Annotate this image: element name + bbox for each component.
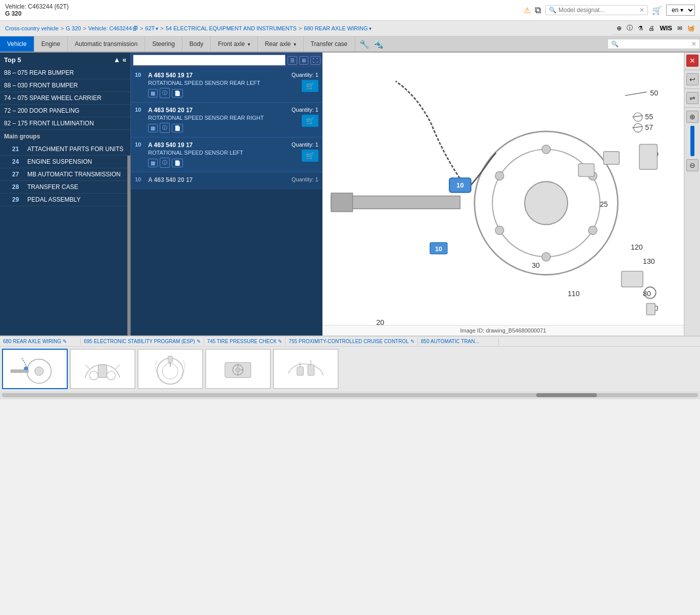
thumbnail-1[interactable] [2, 349, 68, 389]
sidebar-item-front-bumper[interactable]: 88 – 030 FRONT BUMPER [0, 79, 130, 92]
part-table-btn-2[interactable]: ▦ [148, 124, 158, 132]
sidebar-group-24[interactable]: 24 ENGINE SUSPENSION [0, 156, 127, 168]
tab-vehicle[interactable]: Vehicle [0, 36, 34, 52]
filter-icon[interactable]: ⚗ [638, 25, 643, 32]
part-item-2[interactable]: 10 A 463 540 20 17 ROTATIONAL SPEED SENS… [131, 103, 322, 137]
part-doc-btn-2[interactable]: 📄 [172, 124, 183, 132]
thumbnail-5[interactable] [273, 349, 339, 389]
sidebar: Top 5 ▲ « 88 – 075 REAR BUMPER 88 – 030 … [0, 53, 130, 336]
sidebar-group-28[interactable]: 28 TRANSFER CASE [0, 181, 127, 194]
svg-line-53 [116, 364, 120, 369]
sidebar-item-spare-wheel[interactable]: 74 – 075 SPARE WHEEL CARRIER [0, 92, 130, 105]
sidebar-item-front-illumination[interactable]: 82 – 175 FRONT ILLUMINATION [0, 117, 130, 130]
thumbnail-2[interactable] [70, 349, 135, 389]
tab-search-box[interactable]: 🔍 ✕ [608, 39, 700, 49]
thumbnail-svg-5 [277, 352, 334, 386]
tab-steering[interactable]: Steering [145, 36, 182, 52]
thumb-label-5[interactable]: 850 AUTOMATIC TRAN... [418, 338, 499, 345]
thumbnail-3[interactable] [137, 349, 203, 389]
part-cart-btn-1[interactable]: 🛒 [302, 80, 318, 92]
sidebar-group-21[interactable]: 21 ATTACHMENT PARTS FOR UNITS [0, 143, 130, 156]
parts-fullscreen[interactable]: ⛶ [310, 56, 320, 65]
sidebar-group-27[interactable]: 27 MB AUTOMATIC TRANSMISSION [0, 168, 127, 181]
tab-automatic-transmission[interactable]: Automatic transmission [68, 36, 145, 52]
sidebar-item-door-paneling[interactable]: 72 – 200 DOOR PANELING [0, 105, 130, 117]
thumb-label-1[interactable]: 680 REAR AXLE WIRING ✎ [0, 338, 81, 345]
undo-button[interactable]: ↩ [686, 73, 698, 85]
breadcrumb-electrical[interactable]: 54 ELECTRICAL EQUIPMENT AND INSTRUMENTS [166, 25, 297, 31]
parts-search-input[interactable] [133, 55, 286, 66]
thumbnail-4[interactable] [205, 349, 271, 389]
sidebar-main-groups-title: Main groups [0, 130, 130, 143]
parts-scroll[interactable]: 10 A 463 540 19 17 ROTATIONAL SPEED SENS… [131, 68, 322, 336]
zoom-in-button[interactable]: ⊕ [686, 111, 698, 123]
thumb-edit-icon-3[interactable]: ✎ [278, 339, 282, 344]
tab-transfer-case[interactable]: Transfer case [304, 36, 355, 52]
part-doc-btn-1[interactable]: 📄 [172, 89, 183, 98]
scroll-area[interactable] [0, 391, 700, 399]
tab-search-input[interactable] [621, 40, 691, 48]
part-doc-btn-3[interactable]: 📄 [172, 159, 183, 167]
warning-icon[interactable]: ⚠ [524, 6, 531, 15]
copy-breadcrumb-icon[interactable]: 🗐 [133, 26, 138, 31]
tab-search-clear[interactable]: ✕ [691, 40, 696, 48]
part-info-btn-1[interactable]: ⓘ [160, 88, 170, 98]
parts-list-view[interactable]: ☰ [288, 56, 297, 65]
clear-search-icon[interactable]: ✕ [639, 7, 644, 14]
thumb-edit-icon-4[interactable]: ✎ [410, 339, 414, 344]
sidebar-scroll[interactable]: 88 – 075 REAR BUMPER 88 – 030 FRONT BUMP… [0, 67, 130, 336]
svg-line-17 [625, 92, 647, 96]
svg-text:10: 10 [435, 245, 442, 253]
part-info-btn-2[interactable]: ⓘ [160, 123, 170, 133]
scroll-track[interactable] [2, 393, 698, 397]
model-search-input[interactable] [558, 7, 639, 14]
basket-icon[interactable]: 🧺 [687, 25, 695, 32]
breadcrumb-vehicle[interactable]: Vehicle: C463244 [88, 25, 132, 31]
part-item-4[interactable]: 10 A 463 540 20 17 Quantity: 1 [131, 172, 322, 189]
tab-front-axle[interactable]: Front axle ▾ [211, 36, 258, 52]
part-item-1[interactable]: 10 A 463 540 19 17 ROTATIONAL SPEED SENS… [131, 68, 322, 103]
thumb-label-3[interactable]: 745 TIRE PRESSURE CHECK ✎ [204, 338, 286, 345]
compare-button[interactable]: ⇌ [686, 92, 698, 104]
tab-rear-axle[interactable]: Rear axle ▾ [258, 36, 304, 52]
copy-icon[interactable]: ⧉ [535, 5, 541, 16]
part-table-btn-1[interactable]: ▦ [148, 89, 158, 98]
tab-engine[interactable]: Engine [34, 36, 68, 52]
part-item-3[interactable]: 10 A 463 540 19 17 ROTATIONAL SPEED SENS… [131, 137, 322, 172]
language-select[interactable]: en ▾ [666, 5, 695, 16]
part-cart-btn-2[interactable]: 🛒 [302, 115, 318, 127]
part-table-btn-3[interactable]: ▦ [148, 159, 158, 167]
thumb-edit-icon-2[interactable]: ✎ [197, 339, 201, 344]
print-icon[interactable]: 🖨 [648, 25, 655, 32]
thumb-label-2[interactable]: 695 ELECTRONIC STABILITY PROGRAM (ESP) ✎ [81, 338, 204, 345]
scroll-thumb[interactable] [536, 393, 597, 397]
wis-icon[interactable]: WIS [660, 24, 672, 32]
breadcrumb-g320[interactable]: G 320 [66, 25, 81, 31]
zoom-out-button[interactable]: ⊖ [686, 159, 698, 171]
svg-point-60 [236, 367, 241, 372]
info-icon[interactable]: ⓘ [627, 24, 633, 32]
breadcrumb-rear-axle[interactable]: 680 REAR AXLE WIRING [304, 25, 368, 31]
sidebar-item-rear-bumper[interactable]: 88 – 075 REAR BUMPER [0, 67, 130, 79]
zoom-in-icon[interactable]: ⊕ [617, 25, 622, 32]
part-cart-btn-3[interactable]: 🛒 [302, 150, 318, 162]
thumb-label-4[interactable]: 755 PROXIMITY-CONTROLLED CRUISE CONTROL … [286, 338, 417, 345]
close-panel-button[interactable]: ✕ [686, 55, 698, 67]
dropdown-breadcrumb-icon[interactable]: ▾ [156, 26, 158, 31]
breadcrumb-62t[interactable]: 62T [145, 25, 155, 31]
svg-rect-37 [578, 164, 594, 177]
tab-body[interactable]: Body [182, 36, 211, 52]
sidebar-group-29[interactable]: 29 PEDAL ASSEMBLY [0, 194, 127, 206]
tab-icon-2[interactable]: 🔩 [374, 39, 384, 49]
model-search-box[interactable]: 🔍 ✕ [545, 5, 648, 15]
breadcrumb-cross-country[interactable]: Cross-country vehicle [5, 25, 59, 31]
tab-icon-1[interactable]: 🔧 [359, 39, 369, 49]
cart-icon[interactable]: 🛒 [652, 6, 662, 15]
parts-grid-view[interactable]: ⊞ [299, 56, 308, 65]
mail-icon[interactable]: ✉ [677, 25, 682, 32]
part-info-btn-3[interactable]: ⓘ [160, 158, 170, 168]
dropdown-rear-axle-icon[interactable]: ▾ [369, 26, 371, 31]
sidebar-up-icon[interactable]: ▲ [113, 56, 120, 64]
sidebar-collapse-icon[interactable]: « [122, 56, 126, 64]
thumb-edit-icon-1[interactable]: ✎ [63, 339, 67, 344]
